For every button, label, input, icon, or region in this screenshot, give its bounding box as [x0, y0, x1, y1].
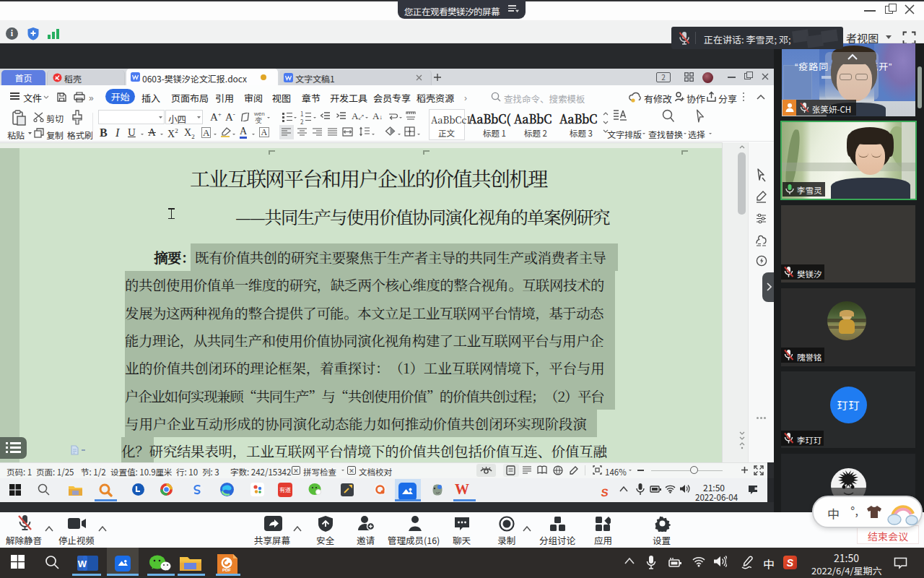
svg-text:PDF: PDF	[222, 568, 231, 572]
svg-text:W: W	[78, 558, 87, 569]
